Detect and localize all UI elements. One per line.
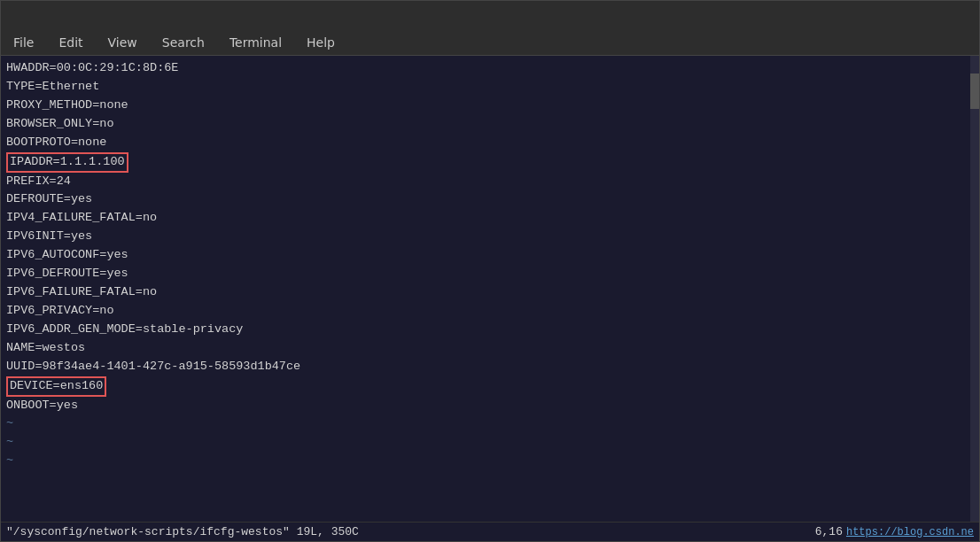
terminal-line: DEVICE=ens160 [6, 376, 974, 397]
terminal-line: BROWSER_ONLY=no [6, 115, 974, 134]
terminal-line: IPV6INIT=yes [6, 228, 974, 246]
status-bar: "/sysconfig/network-scripts/ifcfg-westos… [1, 522, 979, 541]
terminal-line: IPADDR=1.1.1.100 [6, 152, 974, 173]
terminal-content: HWADDR=00:0C:29:1C:8D:6ETYPE=EthernetPRO… [6, 59, 974, 470]
menu-edit[interactable]: Edit [53, 34, 88, 51]
terminal-line: HWADDR=00:0C:29:1C:8D:6E [6, 59, 974, 78]
highlighted-line: IPADDR=1.1.1.100 [6, 152, 128, 173]
terminal-body[interactable]: HWADDR=00:0C:29:1C:8D:6ETYPE=EthernetPRO… [1, 56, 979, 522]
terminal-line: IPV6_FAILURE_FATAL=no [6, 283, 974, 302]
terminal-line: TYPE=Ethernet [6, 78, 974, 97]
terminal-line: PREFIX=24 [6, 173, 974, 191]
tilde-line: ~ [6, 414, 974, 433]
terminal-line: IPV4_FAILURE_FATAL=no [6, 209, 974, 228]
terminal-line: DEFROUTE=yes [6, 190, 974, 209]
menu-terminal[interactable]: Terminal [224, 34, 287, 51]
terminal-line: IPV6_AUTOCONF=yes [6, 246, 974, 265]
cursor-position: 6,16 [815, 525, 843, 538]
status-left: "/sysconfig/network-scripts/ifcfg-westos… [6, 525, 815, 538]
title-bar [1, 1, 979, 29]
menu-view[interactable]: View [103, 34, 143, 51]
tilde-line: ~ [6, 433, 974, 452]
menu-help[interactable]: Help [301, 34, 340, 51]
terminal-line: IPV6_PRIVACY=no [6, 302, 974, 321]
menu-bar: File Edit View Search Terminal Help [1, 29, 979, 56]
terminal-line: NAME=westos [6, 339, 974, 358]
scrollbar[interactable] [970, 56, 979, 522]
terminal-line: UUID=98f34ae4-1401-427c-a915-58593d1b47c… [6, 358, 974, 376]
menu-file[interactable]: File [8, 34, 39, 51]
status-link[interactable]: https://blog.csdn.ne [846, 526, 974, 538]
status-right: 6,16 https://blog.csdn.ne [815, 525, 974, 538]
terminal-line: IPV6_ADDR_GEN_MODE=stable-privacy [6, 321, 974, 339]
menu-search[interactable]: Search [157, 34, 210, 51]
terminal-line: ONBOOT=yes [6, 397, 974, 415]
terminal-line: PROXY_METHOD=none [6, 97, 974, 115]
tilde-line: ~ [6, 452, 974, 470]
terminal-line: IPV6_DEFROUTE=yes [6, 265, 974, 283]
terminal-window: File Edit View Search Terminal Help HWAD… [0, 0, 980, 542]
terminal-line: BOOTPROTO=none [6, 134, 974, 152]
highlighted-line: DEVICE=ens160 [6, 376, 106, 397]
scrollbar-thumb[interactable] [970, 74, 979, 109]
